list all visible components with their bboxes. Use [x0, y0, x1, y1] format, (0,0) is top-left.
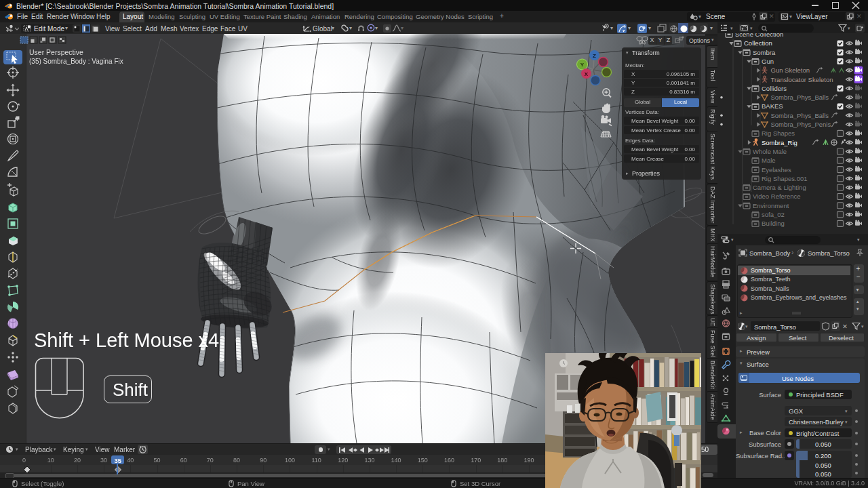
svg-text:Sombra_Phys_Balls: Sombra_Phys_Balls: [771, 112, 829, 119]
svg-text:Gun Skeleton: Gun Skeleton: [771, 66, 810, 74]
svg-text:Sombra_Rig: Sombra_Rig: [762, 139, 797, 146]
svg-text:sofa_02: sofa_02: [762, 211, 785, 218]
svg-text:Gun: Gun: [762, 58, 774, 65]
svg-text:Video Reference: Video Reference: [753, 192, 801, 200]
svg-text:Sombra: Sombra: [753, 49, 776, 56]
svg-text:X: X: [585, 71, 589, 77]
svg-text:Sombra_Phys_Balls: Sombra_Phys_Balls: [771, 94, 829, 101]
svg-text:Environment: Environment: [753, 202, 789, 209]
svg-text:User Perspective: User Perspective: [29, 48, 83, 56]
svg-text:Building: Building: [762, 220, 785, 227]
svg-text:Y: Y: [580, 62, 585, 68]
svg-text:Collection: Collection: [744, 39, 772, 47]
svg-text:(35) Sombra_Body : Vagina Fix: (35) Sombra_Body : Vagina Fix: [29, 58, 123, 65]
svg-text:Whole Male: Whole Male: [753, 148, 787, 155]
svg-text:BAKES: BAKES: [762, 102, 783, 110]
svg-text:Male: Male: [762, 157, 776, 164]
svg-text:Rig Shapes: Rig Shapes: [762, 129, 795, 137]
svg-text:Rig Shapes.001: Rig Shapes.001: [762, 175, 808, 182]
svg-text:Z: Z: [593, 53, 596, 59]
svg-text:Eyelashes: Eyelashes: [762, 166, 791, 174]
svg-text:Colliders: Colliders: [762, 85, 787, 92]
svg-text:Sombra_Phys_Penis: Sombra_Phys_Penis: [771, 121, 831, 128]
svg-text:Camera & Lighting: Camera & Lighting: [753, 184, 806, 191]
svg-text:Translocator Skeleton: Translocator Skeleton: [771, 76, 833, 83]
